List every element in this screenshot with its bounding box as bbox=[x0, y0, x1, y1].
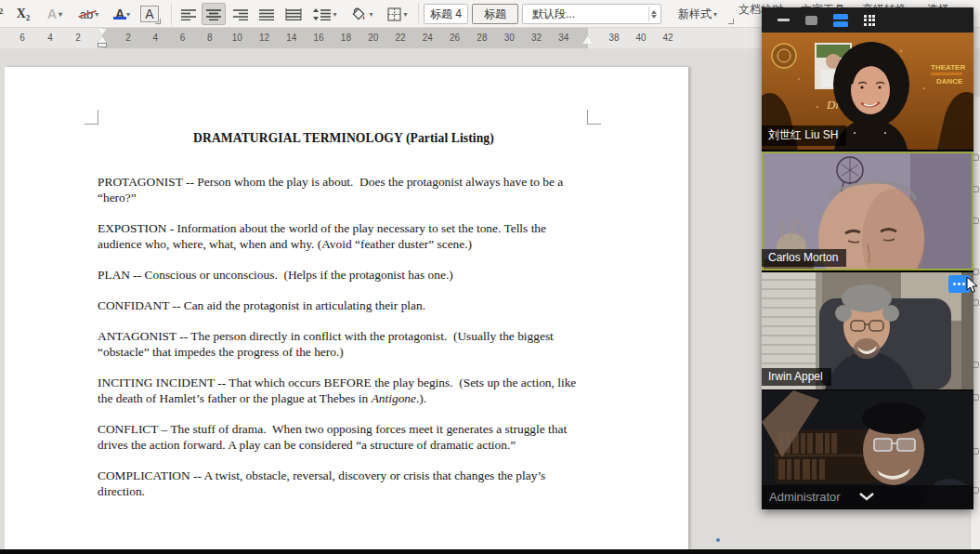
style-chip-default-paragraph[interactable]: 默认段... bbox=[522, 4, 661, 24]
chevron-down-icon: ▾ bbox=[713, 10, 717, 19]
panel-footer: Administrator bbox=[762, 485, 973, 509]
participant-name-label: 刘世红 Liu SH bbox=[762, 125, 846, 146]
status-dot bbox=[716, 538, 720, 542]
borders-button[interactable]: ▾ bbox=[381, 3, 414, 25]
doc-paragraph: PLAN -- Conscious or unconscious. (Helps… bbox=[98, 267, 590, 283]
participant-name-label: Irwin Appel bbox=[762, 368, 831, 386]
ruler-number: 34 bbox=[558, 28, 568, 48]
chevron-down-icon: ▾ bbox=[126, 10, 130, 19]
paint-bucket-icon bbox=[351, 7, 367, 21]
dialog-launcher-icon[interactable] bbox=[728, 19, 734, 24]
chevron-down-icon: ▾ bbox=[333, 10, 336, 19]
separator bbox=[171, 3, 172, 25]
style-chip-title[interactable]: 标题 bbox=[472, 4, 518, 24]
ruler-number: 38 bbox=[608, 28, 619, 48]
side-tool-icon bbox=[973, 448, 979, 455]
ruler-number: 2 bbox=[75, 28, 81, 48]
ruler-number: 4 bbox=[153, 28, 159, 48]
align-left-button[interactable] bbox=[176, 3, 201, 25]
chevron-down-icon: ▾ bbox=[369, 10, 372, 19]
line-spacing-button[interactable]: ▾ bbox=[308, 3, 342, 25]
side-tool-icon bbox=[973, 269, 979, 275]
ruler-number: 2 bbox=[125, 28, 131, 48]
video-tile-carlos-morton[interactable]: Carlos Morton bbox=[762, 152, 973, 270]
doc-paragraph: CONFIDANT -- Can aid the protagonist in … bbox=[98, 297, 590, 313]
video-conference-panel: THEATER DANCE Dra 刘世红 Liu SH bbox=[762, 7, 973, 509]
right-indent-marker[interactable] bbox=[582, 35, 594, 44]
minimize-icon[interactable] bbox=[777, 19, 790, 21]
ruler-number: 12 bbox=[259, 28, 269, 48]
side-tool-icon bbox=[973, 218, 979, 224]
align-center-icon bbox=[206, 8, 221, 20]
doc-paragraph: PROTAGONIST -- Person whom the play is a… bbox=[98, 174, 590, 205]
subscript-button[interactable]: X₂ bbox=[11, 3, 35, 25]
ruler-number: 16 bbox=[314, 28, 324, 48]
participant-name-label: Carlos Morton bbox=[762, 249, 846, 267]
side-tool-icon bbox=[973, 299, 979, 306]
gallery-view-icon[interactable] bbox=[833, 14, 848, 27]
svg-text:THEATER: THEATER bbox=[931, 63, 965, 72]
video-tile-administrator[interactable]: Administrator bbox=[762, 390, 973, 509]
distributed-icon bbox=[285, 8, 302, 20]
ruler-number: 22 bbox=[395, 28, 405, 48]
document-title: DRAMATURGIAL TERMINOLOGY (Partial Listin… bbox=[98, 130, 590, 146]
margin-corner-mark bbox=[85, 110, 98, 125]
side-tool-icon bbox=[973, 394, 979, 401]
side-tool-icon bbox=[973, 186, 979, 192]
video-tile-liu-sh[interactable]: THEATER DANCE Dra 刘世红 Liu SH bbox=[762, 33, 973, 150]
new-style-button[interactable]: 新样式▾ bbox=[671, 3, 725, 25]
video-panel-controls bbox=[762, 7, 973, 33]
side-tool-icon bbox=[973, 487, 979, 494]
ruler-number: 32 bbox=[531, 28, 542, 48]
pinyin-guide-button[interactable]: ab ▾ bbox=[74, 3, 104, 25]
document-content: DRAMATURGIAL TERMINOLOGY (Partial Listin… bbox=[98, 130, 590, 514]
ruler-number: 6 bbox=[20, 28, 25, 48]
ruler-number: 18 bbox=[341, 28, 351, 48]
superscript-button[interactable]: ² bbox=[0, 3, 9, 25]
align-right-button[interactable] bbox=[229, 3, 253, 25]
ruler-number: 42 bbox=[662, 28, 673, 48]
style-chip-heading4[interactable]: 标题 4 bbox=[424, 4, 468, 24]
chevron-down-icon: ▾ bbox=[59, 10, 62, 19]
collapse-panel-chevron-icon[interactable] bbox=[858, 492, 973, 509]
svg-text:DANCE: DANCE bbox=[936, 77, 963, 86]
align-left-icon bbox=[181, 8, 196, 20]
font-color-button[interactable]: A ▾ bbox=[108, 3, 137, 25]
text-effects-button[interactable]: A▾ bbox=[41, 3, 69, 25]
distributed-button[interactable] bbox=[281, 3, 307, 25]
doc-paragraph: EXPOSTION - Information about the world … bbox=[98, 220, 590, 252]
line-spacing-icon bbox=[313, 8, 331, 20]
style-gallery-spinner[interactable] bbox=[648, 7, 659, 21]
ruler-number: 26 bbox=[450, 28, 460, 48]
side-tool-icon bbox=[973, 154, 979, 161]
chevron-down-icon: ▾ bbox=[403, 10, 407, 19]
margin-corner-mark bbox=[587, 110, 601, 125]
justify-icon bbox=[259, 8, 274, 20]
doc-paragraph: INCITING INCIDENT -- That which occurs B… bbox=[98, 375, 590, 406]
ruler-number: 10 bbox=[232, 28, 242, 48]
ruler-number: 40 bbox=[635, 28, 646, 48]
ruler-number: 4 bbox=[47, 28, 53, 48]
doc-paragraph: ANTAGONIST -- The person directly in con… bbox=[98, 328, 590, 360]
grid-view-icon[interactable] bbox=[864, 15, 875, 26]
ruler-number: 20 bbox=[368, 28, 378, 48]
dialog-launcher-icon[interactable] bbox=[155, 19, 161, 24]
screen: ² X₂ A▾ ab ▾ A ▾ A ▾ bbox=[0, 0, 980, 554]
align-right-icon bbox=[233, 8, 248, 20]
speaker-view-icon[interactable] bbox=[805, 16, 817, 25]
video-tile-irwin-appel[interactable]: Irwin Appel bbox=[762, 272, 973, 389]
indent-marker[interactable] bbox=[97, 29, 108, 47]
ruler-number: 8 bbox=[207, 28, 213, 48]
shading-button[interactable]: ▾ bbox=[346, 3, 379, 25]
screen-bottom-edge bbox=[0, 549, 980, 554]
doc-paragraph: CONFLICT – The stuff of drama. When two … bbox=[98, 421, 590, 453]
ruler-number: 24 bbox=[423, 28, 433, 48]
doc-paragraph: COMPLICATION -- A twist, obstacle, rever… bbox=[98, 468, 590, 499]
mouse-cursor bbox=[966, 277, 979, 294]
justify-button[interactable] bbox=[255, 3, 279, 25]
ruler-number: 28 bbox=[477, 28, 487, 48]
align-center-button[interactable] bbox=[202, 3, 226, 25]
separator bbox=[418, 3, 419, 25]
border-grid-icon bbox=[387, 7, 401, 21]
ruler-number: 14 bbox=[286, 28, 296, 48]
